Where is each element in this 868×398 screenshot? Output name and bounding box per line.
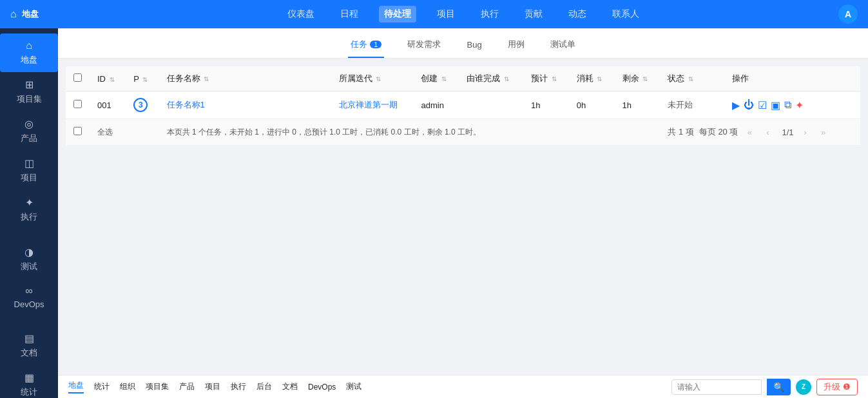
footer-selectall-label: 全选 bbox=[90, 119, 159, 146]
header-remaining[interactable]: 剩余 ⇅ bbox=[615, 66, 661, 91]
header-sprint[interactable]: 所属迭代 ⇅ bbox=[331, 66, 414, 91]
nav-schedule[interactable]: 日程 bbox=[335, 6, 363, 23]
prev-page-btn[interactable]: ‹ bbox=[761, 126, 774, 138]
sidebar-item-docs[interactable]: ▤ 文档 bbox=[0, 326, 58, 365]
bottom-link-product[interactable]: 产品 bbox=[179, 381, 195, 392]
sort-assignee-icon: ⇅ bbox=[504, 75, 509, 82]
test-icon: ◑ bbox=[24, 246, 34, 258]
row-id: 001 bbox=[90, 91, 126, 119]
footer-summary: 本页共 1 个任务，未开始 1，进行中 0，总预计 1.0 工时，已消耗 0.0… bbox=[159, 119, 661, 146]
task-table: ID ⇅ P ⇅ 任务名称 ⇅ 所属迭代 ⇅ bbox=[66, 66, 860, 146]
bottom-link-stats[interactable]: 统计 bbox=[94, 381, 110, 392]
status-badge: 未开始 bbox=[668, 100, 693, 109]
pause-icon[interactable]: ⏻ bbox=[744, 99, 754, 111]
sort-estimate-icon: ⇅ bbox=[552, 75, 557, 82]
sidebar-item-dashboard[interactable]: ⌂ 地盘 bbox=[0, 33, 58, 72]
header-name[interactable]: 任务名称 ⇅ bbox=[159, 66, 331, 91]
zentao-icon: Z bbox=[796, 379, 811, 395]
row-checkbox[interactable] bbox=[73, 100, 82, 108]
sidebar-label-docs: 文档 bbox=[21, 347, 37, 359]
bottom-link-dashboard[interactable]: 地盘 bbox=[68, 380, 84, 393]
sort-status-icon: ⇅ bbox=[688, 75, 693, 82]
bottom-link-project[interactable]: 项目 bbox=[205, 381, 220, 392]
sidebar-item-product[interactable]: ◎ 产品 bbox=[0, 111, 58, 151]
last-page-btn[interactable]: » bbox=[817, 126, 830, 138]
sidebar-item-devops[interactable]: ∞ DevOps bbox=[0, 279, 58, 316]
main-layout: ⌂ 地盘 ⊞ 项目集 ◎ 产品 ◫ 项目 ✦ 执行 ◑ 测试 ∞ DevOps bbox=[0, 28, 868, 398]
bottom-link-admin[interactable]: 后台 bbox=[256, 381, 272, 392]
header-checkbox bbox=[66, 66, 90, 91]
copy-icon[interactable]: ⧉ bbox=[784, 99, 791, 111]
edit-icon[interactable]: ▣ bbox=[771, 99, 780, 111]
nav-contact[interactable]: 联系人 bbox=[607, 6, 644, 23]
bottom-link-org[interactable]: 组织 bbox=[120, 381, 135, 392]
pagination: 共 1 项 每页 20 项 « ‹ 1/1 › » bbox=[668, 126, 853, 138]
upgrade-button[interactable]: 升级 ❶ bbox=[816, 379, 858, 395]
bottom-link-execution[interactable]: 执行 bbox=[231, 381, 246, 392]
bottom-bar: 地盘 统计 组织 项目集 产品 项目 执行 后台 文档 DevOps 测试 🔍 … bbox=[58, 375, 868, 398]
tab-requirement[interactable]: 研发需求 bbox=[405, 35, 443, 58]
brand-area: ⌂ 地盘 bbox=[10, 8, 88, 20]
table-row: 001 3 任务名称1 北京禅道第一期 admin 1h 0h bbox=[66, 91, 860, 119]
sidebar-label-projectset: 项目集 bbox=[17, 93, 42, 105]
sidebar-label-execution: 执行 bbox=[21, 211, 37, 223]
header-status[interactable]: 状态 ⇅ bbox=[660, 66, 724, 91]
nav-pending[interactable]: 待处理 bbox=[379, 6, 416, 23]
header-priority[interactable]: P ⇅ bbox=[126, 66, 159, 91]
first-page-btn[interactable]: « bbox=[743, 126, 756, 138]
header-action: 操作 bbox=[724, 66, 860, 91]
tab-bug[interactable]: Bug bbox=[464, 36, 484, 57]
delete-icon[interactable]: ✦ bbox=[795, 99, 804, 111]
footer-checkbox-cell bbox=[66, 119, 90, 146]
bottom-link-projectset[interactable]: 项目集 bbox=[146, 381, 169, 392]
pagination-total: 共 1 项 bbox=[668, 126, 693, 138]
tab-task-badge: 1 bbox=[370, 41, 381, 48]
tab-case-label: 用例 bbox=[508, 39, 525, 50]
header-id[interactable]: ID ⇅ bbox=[90, 66, 126, 91]
tab-task[interactable]: 任务 1 bbox=[348, 35, 384, 58]
nav-execution[interactable]: 执行 bbox=[476, 6, 504, 23]
upgrade-alert-icon: ❶ bbox=[843, 382, 851, 392]
nav-contribution[interactable]: 贡献 bbox=[519, 6, 548, 23]
sidebar: ⌂ 地盘 ⊞ 项目集 ◎ 产品 ◫ 项目 ✦ 执行 ◑ 测试 ∞ DevOps bbox=[0, 28, 58, 398]
project-icon: ◫ bbox=[24, 157, 34, 169]
bottom-search-button[interactable]: 🔍 bbox=[767, 379, 791, 395]
sprint-link[interactable]: 北京禅道第一期 bbox=[339, 100, 398, 109]
task-name-link[interactable]: 任务名称1 bbox=[167, 100, 205, 109]
tab-testrun-label: 测试单 bbox=[550, 39, 575, 50]
sidebar-item-stats[interactable]: ▦ 统计 bbox=[0, 365, 58, 398]
check-icon[interactable]: ☑ bbox=[758, 99, 767, 111]
pagination-perpage: 每页 20 项 bbox=[699, 126, 738, 138]
sidebar-item-projectset[interactable]: ⊞ 项目集 bbox=[0, 72, 58, 111]
sort-id-icon: ⇅ bbox=[110, 76, 115, 83]
next-page-btn[interactable]: › bbox=[799, 126, 812, 138]
play-icon[interactable]: ▶ bbox=[732, 99, 740, 111]
sidebar-item-execution[interactable]: ✦ 执行 bbox=[0, 190, 58, 229]
nav-dashboard[interactable]: 仪表盘 bbox=[282, 6, 320, 23]
header-creator[interactable]: 创建 ⇅ bbox=[413, 66, 459, 91]
bottom-link-test[interactable]: 测试 bbox=[346, 381, 362, 392]
priority-badge: 3 bbox=[133, 98, 148, 112]
header-consumed[interactable]: 消耗 ⇅ bbox=[569, 66, 615, 91]
bottom-search-input[interactable] bbox=[671, 379, 762, 395]
bottom-link-docs[interactable]: 文档 bbox=[282, 381, 298, 392]
header-estimate[interactable]: 预计 ⇅ bbox=[523, 66, 569, 91]
nav-activity[interactable]: 动态 bbox=[563, 6, 592, 23]
select-all-checkbox[interactable] bbox=[73, 73, 82, 82]
row-consumed: 0h bbox=[569, 91, 615, 119]
sidebar-label-project: 项目 bbox=[21, 172, 37, 184]
bottom-bar-right: 🔍 Z 升级 ❶ bbox=[671, 379, 858, 395]
user-avatar[interactable]: A bbox=[838, 5, 858, 24]
tab-task-label: 任务 bbox=[351, 39, 367, 50]
tab-case[interactable]: 用例 bbox=[505, 35, 527, 58]
footer-selectall[interactable] bbox=[73, 127, 82, 135]
sidebar-item-test[interactable]: ◑ 测试 bbox=[0, 240, 58, 279]
brand-label: 地盘 bbox=[22, 8, 39, 20]
sort-name-icon: ⇅ bbox=[204, 75, 209, 82]
nav-project[interactable]: 项目 bbox=[432, 6, 460, 23]
sidebar-item-project[interactable]: ◫ 项目 bbox=[0, 151, 58, 190]
bottom-link-devops[interactable]: DevOps bbox=[308, 383, 336, 392]
tab-testrun[interactable]: 测试单 bbox=[548, 35, 578, 58]
row-sprint: 北京禅道第一期 bbox=[331, 91, 414, 119]
header-assignee[interactable]: 由谁完成 ⇅ bbox=[459, 66, 523, 91]
